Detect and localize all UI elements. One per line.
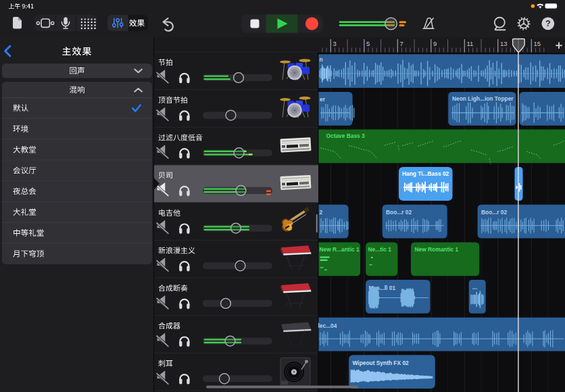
svg-text:3: 3	[333, 40, 337, 47]
svg-text:Boo...r 02: Boo...r 02	[386, 209, 412, 216]
svg-text:13: 13	[500, 40, 508, 47]
svg-text:9: 9	[433, 40, 437, 47]
svg-text:7: 7	[400, 40, 403, 47]
svg-text:New Romantic 1: New Romantic 1	[415, 246, 459, 253]
svg-text:15: 15	[534, 40, 541, 47]
svg-text:11: 11	[467, 40, 474, 47]
svg-text:Neon Ligh...ion Topper: Neon Ligh...ion Topper	[452, 95, 514, 102]
svg-text:lec...04: lec...04	[318, 322, 337, 329]
svg-text:New R...antic 1: New R...antic 1	[320, 246, 360, 253]
svg-text:er: er	[320, 96, 326, 103]
svg-text:Ne...tic 1: Ne...tic 1	[368, 246, 392, 253]
svg-text:2: 2	[320, 209, 323, 216]
svg-text:Hang Ti...Bass 02: Hang Ti...Bass 02	[402, 170, 449, 177]
svg-text:Octave Bass 3: Octave Bass 3	[326, 132, 366, 139]
svg-text:Boo...r 02: Boo...r 02	[481, 209, 508, 216]
svg-text:n: n	[320, 56, 323, 63]
svg-text:5: 5	[366, 40, 370, 47]
svg-text:Wipeout Synth FX 02: Wipeout Synth FX 02	[353, 360, 410, 366]
svg-text:?: ?	[545, 19, 551, 28]
svg-text:...: ...	[472, 284, 477, 291]
